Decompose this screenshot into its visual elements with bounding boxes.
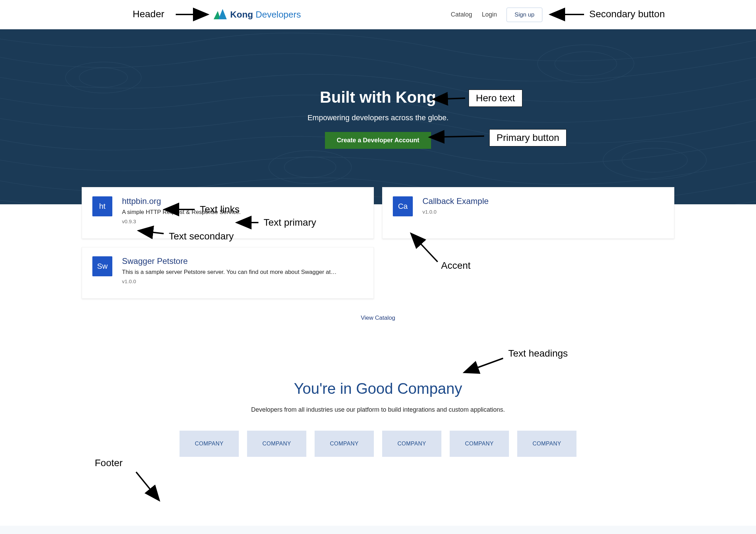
card-desc: A simple HTTP Request & Response Service… xyxy=(122,209,241,216)
card-badge: Sw xyxy=(92,256,112,276)
companies-section: You're in Good Company Developers from a… xyxy=(0,380,756,457)
card-httpbin[interactable]: ht httpbin.org A simple HTTP Request & R… xyxy=(82,187,374,239)
company-tile: COMPANY xyxy=(450,431,509,457)
card-version: v0.9.3 xyxy=(122,218,241,224)
hero-title: Built with Kong xyxy=(0,88,756,106)
signup-button[interactable]: Sign up xyxy=(507,8,542,22)
card-badge: ht xyxy=(92,196,112,216)
card-title[interactable]: httpbin.org xyxy=(122,196,241,206)
card-title[interactable]: Swagger Petstore xyxy=(122,256,337,266)
card-version: v1.0.0 xyxy=(422,209,489,215)
company-tiles: COMPANYCOMPANYCOMPANYCOMPANYCOMPANYCOMPA… xyxy=(14,431,742,457)
companies-heading: You're in Good Company xyxy=(14,380,742,397)
company-tile: COMPANY xyxy=(315,431,374,457)
card-title[interactable]: Callback Example xyxy=(422,196,489,206)
hero: Built with Kong Empowering developers ac… xyxy=(0,29,756,204)
kong-logo-icon xyxy=(214,9,227,21)
header: Kong Developers Catalog Login Sign up xyxy=(0,0,756,29)
create-account-button[interactable]: Create a Developer Account xyxy=(325,132,431,149)
company-tile: COMPANY xyxy=(180,431,239,457)
company-tile: COMPANY xyxy=(517,431,576,457)
svg-marker-1 xyxy=(218,9,227,19)
card-desc: This is a sample server Petstore server.… xyxy=(122,269,337,276)
company-tile: COMPANY xyxy=(247,431,306,457)
footer: KONG PORTAL TERMS OF SERVICE PRIVACY xyxy=(0,526,756,534)
svg-line-19 xyxy=(136,472,159,500)
view-catalog-link[interactable]: View Catalog xyxy=(361,315,395,321)
hero-subtitle: Empowering developers across the globe. xyxy=(0,113,756,122)
featured-cards: ht httpbin.org A simple HTTP Request & R… xyxy=(75,187,681,299)
logo-text: Kong Developers xyxy=(230,9,301,20)
card-swagger[interactable]: Sw Swagger Petstore This is a sample ser… xyxy=(82,247,374,299)
nav-catalog[interactable]: Catalog xyxy=(451,11,472,18)
logo[interactable]: Kong Developers xyxy=(214,9,301,21)
card-callback[interactable]: Ca Callback Example v1.0.0 xyxy=(382,187,674,239)
nav-login[interactable]: Login xyxy=(482,11,497,18)
companies-sub: Developers from all industries use our p… xyxy=(14,406,742,413)
annotation-label: Footer xyxy=(95,458,123,469)
svg-point-7 xyxy=(284,157,336,177)
card-badge: Ca xyxy=(393,196,413,216)
company-tile: COMPANY xyxy=(382,431,441,457)
annotation-label: Text headings xyxy=(508,348,568,359)
svg-point-9 xyxy=(622,148,687,172)
svg-point-6 xyxy=(269,151,351,184)
header-nav: Catalog Login Sign up xyxy=(451,8,542,22)
card-version: v1.0.0 xyxy=(122,278,337,284)
svg-line-18 xyxy=(465,358,503,372)
